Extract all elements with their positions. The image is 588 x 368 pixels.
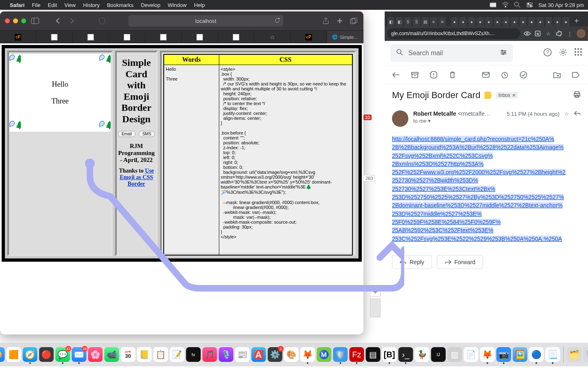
dock-opera[interactable]: 🔴 xyxy=(39,347,54,362)
dock-chrome[interactable]: 🔵 xyxy=(529,347,544,362)
safari-tab[interactable]: cP xyxy=(291,31,327,43)
dock-mail[interactable]: ✉️16 xyxy=(72,347,87,362)
dock-safari[interactable]: 🧭 xyxy=(23,347,38,362)
tab-overview-icon[interactable] xyxy=(349,16,359,26)
chrome-tab[interactable]: ● xyxy=(468,17,475,26)
apps-grid-icon[interactable] xyxy=(574,48,582,58)
css-textarea[interactable] xyxy=(219,65,352,253)
sms-button[interactable]: SMS xyxy=(139,131,155,137)
print-icon[interactable] xyxy=(573,90,581,101)
safari-address-bar[interactable]: localhost xyxy=(128,15,283,27)
dock-settings[interactable]: ⚙️1 xyxy=(268,347,283,362)
safari-tab-active[interactable]: 🌐 Simple… xyxy=(327,31,363,43)
dock-palette[interactable]: 🎨 xyxy=(284,347,299,362)
profile-avatar-icon[interactable] xyxy=(577,29,586,38)
mail-content-link[interactable]: http://localhost:8888/simple_card.php?re… xyxy=(392,135,581,243)
dock-pages[interactable]: 📄 xyxy=(464,347,479,362)
nav-forward-icon[interactable] xyxy=(67,16,77,26)
support-icon[interactable]: ? xyxy=(543,48,552,58)
dock-appletv[interactable]: tv xyxy=(186,347,201,362)
dock-reminders[interactable]: 📋 xyxy=(154,347,168,362)
chrome-tab[interactable]: ● xyxy=(554,17,561,26)
dock-contacts[interactable]: 📒 xyxy=(137,347,152,362)
email-button[interactable]: Email xyxy=(118,131,136,137)
new-tab-icon[interactable] xyxy=(335,16,345,26)
dock-generic1[interactable]: ▤ xyxy=(366,347,381,362)
install-icon[interactable] xyxy=(534,30,541,37)
dock-terminal[interactable]: ›_ xyxy=(399,347,413,362)
dock-screenshot[interactable]: 🖼️ xyxy=(513,347,528,362)
chrome-tab[interactable]: ● xyxy=(511,17,518,26)
chrome-tab[interactable]: ● xyxy=(528,17,535,26)
dock-downloads[interactable]: 🗂️ xyxy=(567,347,582,362)
snooze-icon[interactable] xyxy=(501,71,509,79)
menubar-clock[interactable]: Sat 30 Apr 9:28 pm xyxy=(539,2,584,8)
safari-tab[interactable] xyxy=(145,31,182,43)
move-to-icon[interactable] xyxy=(553,71,561,79)
safari-tab[interactable] xyxy=(73,31,109,43)
dock-intellij[interactable]: IJ xyxy=(431,347,446,362)
menu-bookmarks[interactable]: Bookmarks xyxy=(107,2,134,8)
dock-finder[interactable]: 😊 xyxy=(0,347,5,362)
sidebar-toggle-icon[interactable] xyxy=(30,16,40,26)
chrome-address-bar[interactable]: gle.com/mail/u/0/#inbox/KtbxLthdlBWvSZsX… xyxy=(387,28,520,39)
dock-podcasts[interactable]: 🎙️ xyxy=(219,347,234,362)
dock-filezilla[interactable]: Fz xyxy=(350,347,364,362)
back-arrow-icon[interactable] xyxy=(392,71,400,79)
dock-textedit[interactable]: 📃 xyxy=(546,347,560,362)
gmail-search-box[interactable]: Search mail xyxy=(390,44,513,62)
dock-facetime[interactable]: 📹 xyxy=(105,347,119,362)
labels-icon[interactable] xyxy=(572,71,580,79)
eye-icon[interactable] xyxy=(523,30,531,37)
reload-icon[interactable] xyxy=(274,18,280,25)
minimize-window-button[interactable] xyxy=(13,18,18,23)
zoom-window-button[interactable] xyxy=(21,18,26,23)
chrome-tab[interactable]: ● xyxy=(562,17,570,26)
chrome-tab[interactable]: ◧ xyxy=(396,17,403,26)
menu-view[interactable]: View xyxy=(65,2,76,8)
remove-label-icon[interactable]: ✕ xyxy=(512,93,516,98)
dock-gimp[interactable]: 🦊 xyxy=(480,347,495,362)
reply-icon[interactable] xyxy=(574,110,581,117)
dock-firefox[interactable]: 🦊 xyxy=(301,347,315,362)
battery-icon[interactable] xyxy=(490,2,496,8)
dock-calendar[interactable]: APR30 xyxy=(121,347,136,362)
words-textarea[interactable] xyxy=(164,65,219,253)
label-tag-icon[interactable] xyxy=(484,92,492,99)
report-spam-icon[interactable] xyxy=(430,71,438,79)
sheet-add-tab-button[interactable]: ＋ xyxy=(370,286,381,297)
settings-gear-icon[interactable] xyxy=(559,48,568,58)
extensions-icon[interactable] xyxy=(555,30,563,37)
chrome-tab[interactable]: ● xyxy=(537,17,544,26)
dock-news[interactable]: 📰 xyxy=(235,347,250,362)
sheet-scroll-track[interactable] xyxy=(370,298,381,317)
safari-tab[interactable]: ☆ xyxy=(254,31,291,43)
dock-dashlane[interactable]: 🛡️ xyxy=(333,347,348,362)
menu-file[interactable]: File xyxy=(32,2,40,8)
chrome-tab[interactable]: ● xyxy=(485,17,492,26)
menu-edit[interactable]: Edit xyxy=(48,2,57,8)
add-to-tasks-icon[interactable] xyxy=(519,71,528,79)
menubar-app-name[interactable]: Safari xyxy=(10,2,24,8)
chrome-tab[interactable]: ◧ xyxy=(387,17,394,26)
chrome-tab[interactable]: ● xyxy=(477,17,484,26)
close-window-button[interactable] xyxy=(5,18,10,23)
star-icon[interactable]: ☆ xyxy=(564,111,569,117)
sender-avatar[interactable] xyxy=(392,110,408,127)
menu-history[interactable]: History xyxy=(83,2,99,8)
nav-back-icon[interactable] xyxy=(53,16,63,26)
dock-cyberduck[interactable]: 🦆 xyxy=(415,347,430,362)
safari-tab[interactable]: cP xyxy=(0,31,36,43)
safari-tab[interactable] xyxy=(182,31,218,43)
chrome-tab[interactable]: ≡ xyxy=(430,17,437,26)
dock-photos[interactable]: 🌸 xyxy=(88,347,103,362)
safari-tab[interactable] xyxy=(109,31,145,43)
chrome-tab[interactable]: S xyxy=(404,17,412,26)
chrome-tab[interactable]: ● xyxy=(502,17,510,26)
dock-messages[interactable]: 💬41 xyxy=(56,347,70,362)
chrome-tab[interactable]: ▤ xyxy=(421,17,429,26)
forward-button[interactable]: Forward xyxy=(437,255,483,269)
safari-tab[interactable] xyxy=(218,31,254,43)
archive-icon[interactable] xyxy=(411,71,419,79)
recipient-line[interactable]: to me ▾ xyxy=(413,118,490,124)
